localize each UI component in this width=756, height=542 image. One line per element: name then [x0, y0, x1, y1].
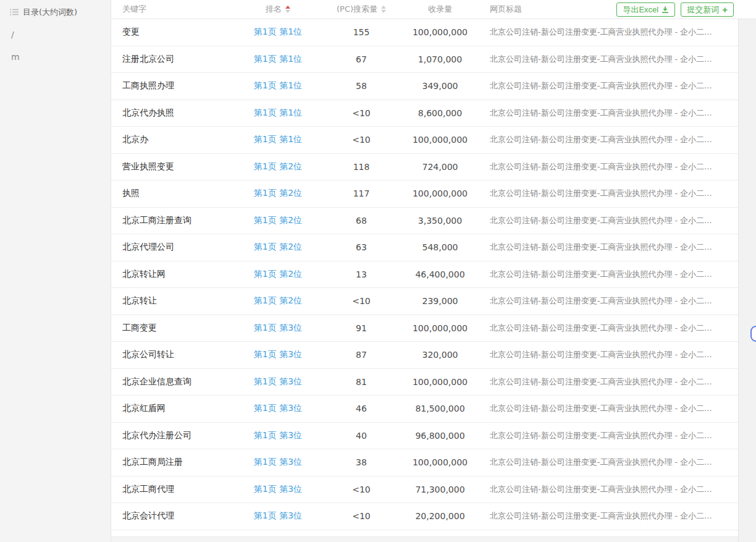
export-excel-button[interactable]: 导出Excel: [616, 2, 675, 17]
rank-link[interactable]: 第1页 第3位: [254, 457, 302, 467]
rank-cell: 第1页 第3位: [235, 430, 321, 441]
download-icon: [662, 6, 669, 14]
search-volume-cell: 67: [321, 54, 401, 64]
keyword-cell: 北京公司转让: [111, 349, 235, 360]
keyword-cell: 北京会计代理: [111, 510, 235, 522]
table-row: 北京代办执照 第1页 第1位 <10 8,600,000 北京公司注销-新公司注…: [111, 100, 738, 127]
sort-asc-icon[interactable]: [381, 6, 386, 9]
indexed-count-cell: 724,000: [401, 162, 479, 172]
indexed-count-cell: 100,000,000: [401, 135, 479, 145]
indexed-count-cell: 100,000,000: [401, 323, 479, 333]
table-body: 变更 第1页 第1位 155 100,000,000 北京公司注销-新公司注册变…: [111, 19, 756, 542]
rank-cell: 第1页 第3位: [235, 403, 321, 414]
keyword-cell: 北京转让: [111, 295, 235, 307]
sidebar-header: 目录(大约词数): [0, 0, 111, 19]
indexed-count-cell: 349,000: [401, 81, 479, 91]
search-volume-cell: 38: [321, 457, 401, 467]
indexed-count-cell: 20,200,000: [401, 511, 479, 521]
rank-cell: 第1页 第3位: [235, 376, 321, 387]
rank-link[interactable]: 第1页 第1位: [254, 27, 302, 36]
page-title-cell: 北京公司注销-新公司注册变更-工商营业执照代办理 - 企小二...: [479, 134, 738, 145]
indexed-count-cell: 320,000: [401, 350, 479, 360]
sort-desc-icon[interactable]: [381, 10, 386, 13]
rank-link[interactable]: 第1页 第3位: [254, 323, 302, 332]
rank-link[interactable]: 第1页 第2位: [254, 295, 302, 305]
rank-link[interactable]: 第1页 第2位: [254, 215, 302, 225]
rank-link[interactable]: 第1页 第1位: [254, 108, 302, 117]
submit-new-word-button[interactable]: 提交新词 +: [681, 2, 734, 17]
indexed-count-cell: 81,500,000: [401, 404, 479, 413]
table-row: 北京转让网 第1页 第2位 13 46,400,000 北京公司注销-新公司注册…: [111, 261, 738, 289]
search-volume-cell: 117: [321, 188, 401, 198]
keyword-cell: 北京工商注册查询: [111, 215, 235, 226]
rank-link[interactable]: 第1页 第3位: [254, 484, 302, 494]
rank-link[interactable]: 第1页 第2位: [254, 242, 302, 252]
page-title-cell: 北京公司注销-新公司注册变更-工商营业执照代办理 - 企小二...: [479, 108, 738, 119]
rank-cell: 第1页 第1位: [235, 27, 321, 38]
rank-link[interactable]: 第1页 第1位: [254, 134, 302, 144]
table-header: 关键字 排名 (PC)搜索量: [111, 0, 756, 19]
rank-link[interactable]: 第1页 第2位: [254, 269, 302, 279]
table-row: 变更 第1页 第1位 155 100,000,000 北京公司注销-新公司注册变…: [111, 19, 738, 46]
table-row: 北京企业信息查询 第1页 第3位 81 100,000,000 北京公司注销-新…: [111, 369, 738, 396]
column-header-indexed: 收录量: [401, 4, 479, 15]
rank-link[interactable]: 第1页 第1位: [254, 54, 302, 64]
table-row: 北京工商局注册 第1页 第3位 38 100,000,000 北京公司注销-新公…: [111, 449, 738, 476]
indexed-count-cell: 548,000: [401, 242, 479, 252]
table-body-rows: 变更 第1页 第1位 155 100,000,000 北京公司注销-新公司注册变…: [111, 19, 739, 542]
rank-cell: 第1页 第3位: [235, 349, 321, 360]
sort-rank-control[interactable]: [285, 6, 290, 13]
rank-link[interactable]: 第1页 第2位: [254, 188, 302, 198]
page-title-cell: 北京公司注销-新公司注册变更-工商营业执照代办理 - 企小二...: [479, 323, 738, 334]
page-title-cell: 北京公司注销-新公司注册变更-工商营业执照代办理 - 企小二...: [479, 295, 738, 307]
keyword-cell: 北京红盾网: [111, 403, 235, 414]
keyword-cell: 北京代办注册公司: [111, 430, 235, 441]
rank-cell: 第1页 第3位: [235, 323, 321, 334]
rank-link[interactable]: 第1页 第2位: [254, 161, 302, 171]
page-title-cell: 北京公司注销-新公司注册变更-工商营业执照代办理 - 企小二...: [479, 430, 738, 441]
indexed-count-cell: 8,600,000: [401, 108, 479, 118]
table-row: 北京会计代理 第1页 第3位 <10 20,200,000 北京公司注销-新公司…: [111, 503, 738, 530]
keyword-cell: 注册北京公司: [111, 54, 235, 65]
table-row: 北京代办注册公司 第1页 第3位 40 96,800,000 北京公司注销-新公…: [111, 423, 738, 450]
search-volume-cell: 68: [321, 216, 401, 226]
rank-link[interactable]: 第1页 第3位: [254, 430, 302, 440]
plus-icon: +: [722, 5, 728, 14]
keyword-cell: 北京企业信息查询: [111, 376, 235, 387]
page-title-cell: 北京公司注销-新公司注册变更-工商营业执照代办理 - 企小二...: [479, 457, 738, 468]
page-title-cell: 北京公司注销-新公司注册变更-工商营业执照代办理 - 企小二...: [479, 188, 738, 199]
search-volume-cell: <10: [321, 135, 401, 145]
sort-desc-icon[interactable]: [285, 10, 290, 13]
search-volume-cell: <10: [321, 485, 401, 494]
page-title-cell: 北京公司注销-新公司注册变更-工商营业执照代办理 - 企小二...: [479, 242, 738, 253]
rank-cell: 第1页 第2位: [235, 269, 321, 280]
side-widget-icon[interactable]: [750, 326, 756, 342]
sidebar-item-m[interactable]: m: [0, 51, 111, 63]
search-volume-cell: 40: [321, 431, 401, 441]
page-title-cell: 北京公司注销-新公司注册变更-工商营业执照代办理 - 企小二...: [479, 403, 738, 414]
bottom-strip: [111, 537, 738, 542]
page-title-cell: 北京公司注销-新公司注册变更-工商营业执照代办理 - 企小二...: [479, 510, 738, 522]
sidebar-item-root[interactable]: /: [0, 28, 111, 41]
rank-link[interactable]: 第1页 第3位: [254, 403, 302, 413]
rank-link[interactable]: 第1页 第3位: [254, 349, 302, 359]
rank-cell: 第1页 第2位: [235, 161, 321, 172]
rank-cell: 第1页 第1位: [235, 80, 321, 91]
page-title-cell: 北京公司注销-新公司注册变更-工商营业执照代办理 - 企小二...: [479, 484, 738, 495]
page-title-cell: 北京公司注销-新公司注册变更-工商营业执照代办理 - 企小二...: [479, 376, 738, 387]
sort-asc-icon[interactable]: [285, 6, 290, 9]
submit-new-word-label: 提交新词: [687, 4, 719, 15]
rank-link[interactable]: 第1页 第1位: [254, 80, 302, 90]
rank-cell: 第1页 第3位: [235, 510, 321, 522]
indexed-count-cell: 1,070,000: [401, 54, 479, 64]
column-header-keyword: 关键字: [111, 4, 235, 15]
rank-link[interactable]: 第1页 第3位: [254, 510, 302, 520]
sidebar: 目录(大约词数) / m: [0, 0, 111, 542]
sort-volume-control[interactable]: [381, 6, 386, 13]
search-volume-cell: 155: [321, 27, 401, 37]
search-volume-cell: 13: [321, 269, 401, 279]
indexed-count-cell: 100,000,000: [401, 188, 479, 198]
keyword-cell: 北京代办执照: [111, 108, 235, 119]
search-volume-cell: <10: [321, 108, 401, 118]
rank-link[interactable]: 第1页 第3位: [254, 376, 302, 386]
